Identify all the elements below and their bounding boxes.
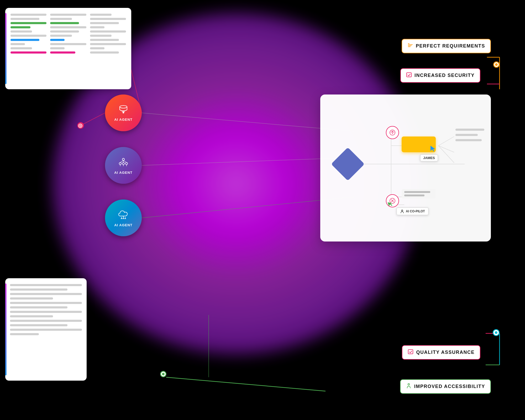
doc-card-bottom	[5, 278, 87, 381]
doc-line	[50, 18, 72, 20]
svg-rect-41	[407, 73, 411, 77]
svg-rect-40	[408, 46, 411, 47]
doc-line-pink	[50, 51, 75, 54]
doc-line	[10, 315, 53, 317]
doc-line	[10, 311, 82, 313]
doc-line	[10, 30, 32, 33]
connection-dot-orange	[493, 61, 500, 68]
doc-line	[10, 35, 46, 37]
requirements-icon	[407, 43, 413, 50]
badge-perfect-requirements: PERFECT REQUIREMENTS	[402, 39, 491, 53]
right-node-line	[455, 139, 482, 141]
svg-marker-60	[430, 146, 435, 151]
doc-line	[50, 30, 79, 33]
doc-line	[90, 43, 126, 45]
doc-line	[90, 47, 104, 49]
svg-rect-38	[408, 44, 413, 45]
svg-point-21	[122, 158, 124, 160]
svg-marker-61	[388, 201, 393, 207]
quality-icon	[408, 349, 413, 356]
doc-col-2	[50, 14, 86, 83]
connection-dot-left	[77, 123, 83, 129]
svg-point-43	[408, 384, 410, 385]
svg-point-17	[123, 112, 124, 113]
badge-security-text: INCREASED SECURITY	[414, 73, 475, 78]
doc-line	[10, 293, 82, 295]
ai-agent-1: AI AGENT	[105, 94, 142, 131]
james-text: JAMES	[423, 156, 435, 160]
svg-point-16	[120, 106, 127, 108]
ai-agent-label: AI AGENT	[114, 118, 133, 122]
doc-line	[50, 26, 86, 28]
svg-rect-42	[408, 350, 413, 354]
james-label: JAMES	[420, 154, 438, 161]
database-icon	[118, 104, 129, 116]
doc-line	[10, 47, 32, 49]
cursor-arrow-icon	[430, 146, 437, 154]
ai-agent-3: AI AGENT	[105, 200, 142, 236]
connection-dot-bottom-left	[160, 371, 166, 377]
svg-line-49	[438, 146, 454, 163]
right-nodes-container	[455, 129, 484, 141]
doc-line	[90, 22, 119, 24]
svg-point-22	[119, 162, 121, 165]
diagram-inner: + JAMES	[320, 94, 491, 242]
doc-line	[50, 47, 65, 49]
doc-line	[10, 288, 67, 291]
network-icon	[118, 156, 129, 169]
doc-line	[10, 329, 82, 331]
doc-line	[10, 14, 46, 16]
doc-line	[90, 39, 119, 41]
doc-line	[10, 320, 82, 322]
node-line	[404, 195, 424, 196]
svg-line-25	[120, 160, 123, 162]
svg-line-27	[123, 160, 127, 162]
svg-line-14	[166, 377, 326, 391]
badge-quality-text: QUALITY ASSURANCE	[416, 350, 475, 355]
connection-dot-bottom-right	[493, 329, 500, 336]
ai-agent-label: AI AGENT	[114, 223, 133, 227]
doc-line	[10, 306, 67, 308]
doc-line	[10, 18, 39, 20]
doc-line	[50, 35, 72, 37]
doc-line	[10, 333, 39, 335]
svg-point-23	[122, 162, 124, 165]
accessibility-icon	[406, 383, 412, 390]
svg-line-48	[438, 146, 454, 152]
svg-text:+: +	[392, 132, 393, 134]
svg-point-24	[125, 162, 128, 165]
svg-rect-39	[408, 45, 412, 46]
doc-col-1	[10, 14, 46, 83]
doc-line	[50, 43, 86, 45]
svg-point-62	[402, 210, 403, 211]
ai-agent-label: AI AGENT	[114, 171, 133, 175]
badge-perfect-text: PERFECT REQUIREMENTS	[416, 43, 485, 49]
doc-line-green	[10, 22, 46, 24]
doc-line	[50, 14, 86, 16]
node-line	[404, 191, 430, 193]
doc-line-blue	[10, 39, 39, 41]
add-node-icon: +	[386, 126, 399, 139]
doc-line-blue	[50, 39, 65, 41]
diagram-card: + JAMES	[320, 94, 491, 242]
doc-line	[90, 18, 126, 20]
doc-line	[10, 284, 82, 286]
copilot-label: AI CO-PILOT	[396, 207, 429, 215]
badge-quality-assurance: QUALITY ASSURANCE	[402, 345, 480, 360]
badge-increased-security: INCREASED SECURITY	[400, 68, 480, 83]
svg-line-47	[438, 136, 454, 146]
doc-line	[90, 26, 104, 28]
right-node-line	[455, 129, 484, 131]
doc-line	[10, 302, 82, 304]
doc-line-pink	[10, 51, 46, 54]
doc-line-green	[50, 22, 79, 24]
doc-line-green	[10, 26, 30, 28]
doc-line	[10, 324, 67, 326]
security-icon	[406, 72, 412, 79]
ai-agent-2: AI AGENT	[105, 147, 142, 184]
right-node-line	[455, 134, 478, 136]
badge-improved-accessibility: IMPROVED ACCESSIBILITY	[400, 379, 491, 394]
lower-node-box	[402, 189, 436, 198]
cloud-icon	[118, 209, 129, 222]
doc-line	[90, 14, 112, 16]
